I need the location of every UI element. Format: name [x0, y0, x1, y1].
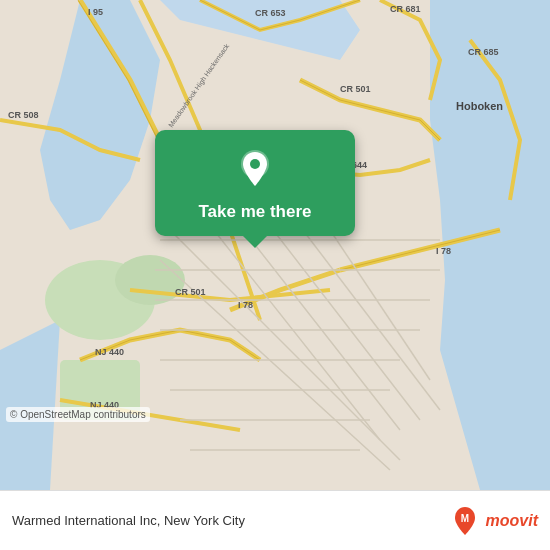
moovit-pin-icon: M [449, 505, 481, 537]
svg-text:NJ 440: NJ 440 [95, 347, 124, 357]
svg-point-38 [250, 159, 260, 169]
location-address: Warmed International Inc, New York City [12, 513, 439, 528]
svg-text:I 78: I 78 [238, 300, 253, 310]
svg-text:Hoboken: Hoboken [456, 100, 503, 112]
moovit-brand-text: moovit [486, 512, 538, 530]
svg-text:CR 501: CR 501 [340, 84, 371, 94]
svg-text:I 95: I 95 [88, 7, 103, 17]
osm-credit: © OpenStreetMap contributors [6, 407, 150, 422]
location-pin-icon [233, 148, 277, 192]
map-container: I 95 CR 653 CR 681 CR 685 CR 508 CR 501 … [0, 0, 550, 490]
svg-text:CR 685: CR 685 [468, 47, 499, 57]
svg-text:M: M [460, 513, 468, 524]
svg-text:I 78: I 78 [436, 246, 451, 256]
svg-text:CR 501: CR 501 [175, 287, 206, 297]
svg-point-6 [115, 255, 185, 305]
svg-text:CR 508: CR 508 [8, 110, 39, 120]
bottom-bar: Warmed International Inc, New York City … [0, 490, 550, 550]
svg-text:CR 653: CR 653 [255, 8, 286, 18]
take-me-there-label: Take me there [198, 202, 311, 222]
take-me-there-popup[interactable]: Take me there [155, 130, 355, 236]
svg-text:CR 681: CR 681 [390, 4, 421, 14]
moovit-logo: M moovit [449, 505, 538, 537]
svg-marker-2 [0, 320, 60, 490]
